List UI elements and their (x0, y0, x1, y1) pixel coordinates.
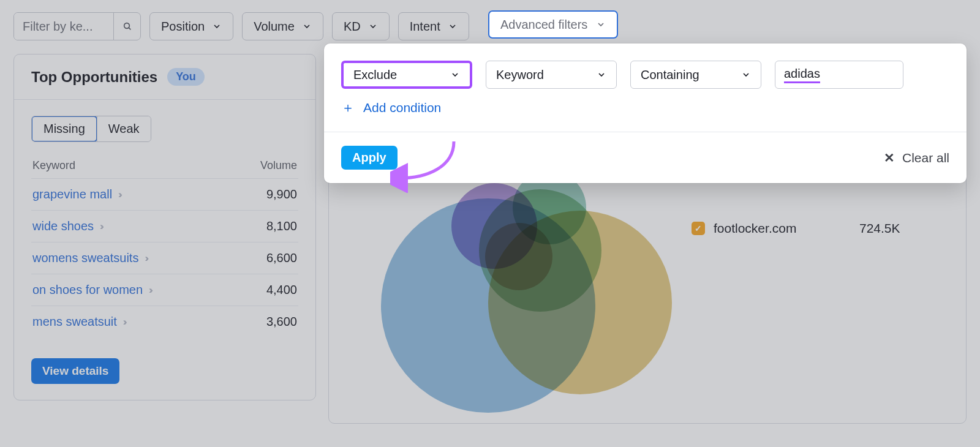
condition-value-text: adidas (784, 67, 820, 83)
condition-field-value: Keyword (496, 68, 544, 82)
add-condition-label: Add condition (363, 100, 441, 115)
condition-value-input[interactable]: adidas (775, 61, 903, 89)
chevron-down-icon (597, 70, 606, 80)
chevron-down-icon (596, 20, 606, 29)
chevron-down-icon (741, 70, 751, 80)
popover-footer: Apply ✕ Clear all (324, 132, 967, 183)
chevron-down-icon (450, 70, 460, 80)
condition-field-select[interactable]: Keyword (486, 61, 617, 89)
app-canvas: Position Volume KD Intent Advanced filte… (0, 0, 980, 447)
condition-mode-select[interactable]: Exclude (341, 61, 472, 89)
advanced-filters-popover: Exclude Keyword Containing adidas ＋ Add … (324, 43, 967, 183)
filter-advanced-label: Advanced filters (500, 18, 587, 32)
close-icon: ✕ (884, 151, 895, 165)
clear-all-button[interactable]: ✕ Clear all (884, 151, 949, 165)
clear-all-label: Clear all (902, 151, 949, 165)
plus-icon: ＋ (341, 99, 355, 117)
add-condition-button[interactable]: ＋ Add condition (324, 94, 967, 132)
apply-button[interactable]: Apply (341, 146, 398, 170)
condition-row: Exclude Keyword Containing adidas (324, 43, 967, 94)
condition-operator-select[interactable]: Containing (630, 61, 761, 89)
condition-mode-value: Exclude (353, 68, 397, 82)
filter-advanced[interactable]: Advanced filters (488, 10, 618, 39)
condition-operator-value: Containing (641, 68, 699, 82)
